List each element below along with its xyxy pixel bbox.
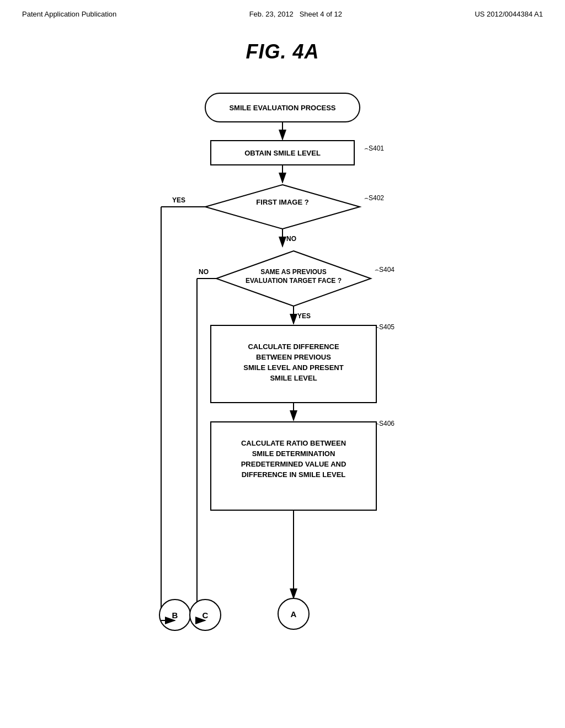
- svg-rect-1: [205, 93, 360, 122]
- svg-text:⌢S402: ⌢S402: [364, 194, 384, 202]
- flowchart: SMILE EVALUATION PROCESS OBTAIN SMILE LE…: [89, 80, 476, 659]
- svg-rect-26: [211, 325, 376, 403]
- svg-text:YES: YES: [297, 312, 311, 320]
- svg-text:⌢S406: ⌢S406: [375, 420, 395, 427]
- svg-text:SAME AS PREVIOUS: SAME AS PREVIOUS: [260, 268, 327, 276]
- svg-text:SMILE EVALUATION PROCESS: SMILE EVALUATION PROCESS: [229, 104, 335, 112]
- svg-text:OBTAIN SMILE LEVEL: OBTAIN SMILE LEVEL: [244, 149, 321, 157]
- header-middle-date: Feb. 23, 2012 Sheet 4 of 12: [249, 10, 342, 18]
- svg-text:⌢S405: ⌢S405: [375, 323, 395, 331]
- svg-text:SMILE LEVEL: SMILE LEVEL: [270, 374, 317, 382]
- svg-text:DIFFERENCE IN SMILE LEVEL: DIFFERENCE IN SMILE LEVEL: [242, 470, 346, 479]
- svg-marker-8: [205, 185, 360, 229]
- header-left: Patent Application Publication: [22, 10, 116, 18]
- svg-text:⌢S401: ⌢S401: [364, 144, 384, 152]
- svg-text:PREDETERMINED VALUE AND: PREDETERMINED VALUE AND: [241, 460, 347, 468]
- svg-text:SMILE DETERMINATION: SMILE DETERMINATION: [252, 449, 335, 458]
- svg-point-42: [190, 599, 221, 630]
- svg-text:SMILE LEVEL AND PRESENT: SMILE LEVEL AND PRESENT: [243, 363, 343, 372]
- page-header: Patent Application Publication Feb. 23, …: [0, 0, 565, 18]
- svg-text:BETWEEN PREVIOUS: BETWEEN PREVIOUS: [256, 353, 331, 361]
- header-right: US 2012/0044384 A1: [475, 10, 543, 18]
- svg-text:⌢S404: ⌢S404: [375, 266, 395, 274]
- svg-text:NO: NO: [199, 268, 209, 276]
- svg-rect-33: [211, 422, 376, 510]
- svg-text:CALCULATE RATIO BETWEEN: CALCULATE RATIO BETWEEN: [241, 439, 346, 447]
- svg-marker-16: [216, 251, 371, 306]
- svg-point-45: [278, 598, 309, 629]
- svg-text:C: C: [202, 611, 209, 620]
- svg-text:YES: YES: [172, 196, 185, 204]
- figure-title: FIG. 4A: [0, 40, 565, 63]
- svg-text:B: B: [172, 611, 178, 620]
- svg-text:EVALUATION TARGET FACE ?: EVALUATION TARGET FACE ?: [246, 277, 342, 285]
- svg-point-39: [159, 599, 190, 630]
- svg-rect-4: [211, 141, 354, 165]
- svg-text:CALCULATE DIFFERENCE: CALCULATE DIFFERENCE: [248, 342, 339, 351]
- svg-text:FIRST IMAGE ?: FIRST IMAGE ?: [256, 198, 308, 206]
- svg-text:NO: NO: [286, 235, 296, 243]
- svg-text:A: A: [291, 609, 297, 619]
